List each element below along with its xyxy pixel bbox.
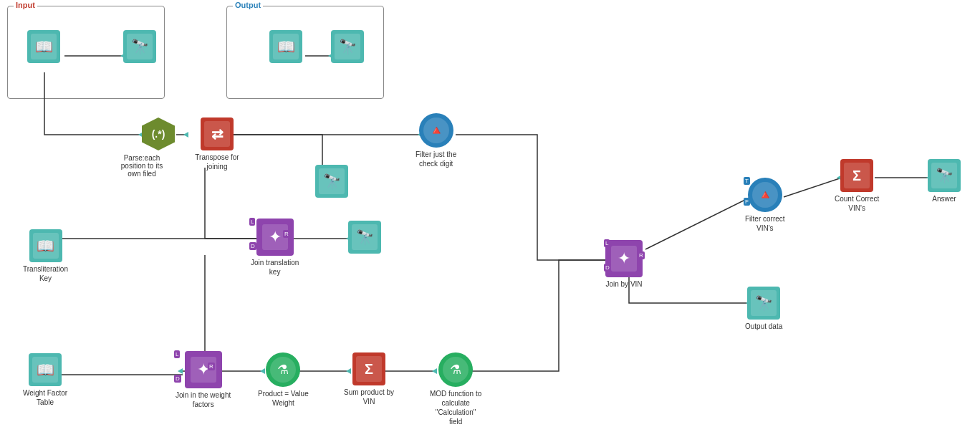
join1-icon: ✦ bbox=[269, 228, 282, 246]
output-data-label: Output data bbox=[745, 322, 782, 331]
transpose-icon: ⇄ bbox=[211, 125, 224, 143]
join1-r: R bbox=[283, 230, 290, 238]
sum2-icon: Σ bbox=[852, 168, 861, 184]
node-view5[interactable]: 🔭 Answer bbox=[928, 159, 961, 203]
answer-label: Answer bbox=[932, 194, 956, 203]
node-view2[interactable]: 🔭 bbox=[331, 30, 364, 63]
book2-icon: 📖 bbox=[277, 38, 295, 55]
parse-label: Parse:eachposition to itsown filed bbox=[106, 154, 178, 178]
join3-icon: ✦ bbox=[618, 249, 630, 268]
trans-key-label: TransliterationKey bbox=[23, 264, 68, 283]
weight-factor-label: Weight FactorTable bbox=[23, 388, 67, 407]
filter2-label: Filter correctVIN's bbox=[745, 214, 785, 233]
join2-r: R bbox=[208, 363, 215, 370]
sum1-label: Sum product byVIN bbox=[344, 388, 394, 406]
filter1-label: Filter just thecheck digit bbox=[415, 150, 456, 168]
join3-label: Join by VIN bbox=[605, 279, 642, 289]
view2-icon: 🔭 bbox=[339, 38, 357, 55]
sum2-label: Count CorrectVIN's bbox=[835, 194, 879, 213]
book3-icon: 📖 bbox=[37, 237, 54, 254]
join1-label: Join translationkey bbox=[251, 258, 299, 277]
view4-icon: 🔭 bbox=[356, 229, 374, 246]
view6-icon: 🔭 bbox=[755, 294, 773, 312]
node-hex1[interactable]: (.*) bbox=[142, 117, 175, 150]
tool1-icon: ⚗ bbox=[450, 362, 461, 378]
node-filter2[interactable]: 🔺 Filter correctVIN's bbox=[745, 178, 785, 233]
filter2-icon: 🔺 bbox=[757, 187, 773, 203]
output-group-label: Output bbox=[233, 1, 263, 9]
join2-d: D bbox=[174, 375, 181, 383]
formula1-label: Product = ValueWeight bbox=[258, 389, 309, 408]
node-parse1[interactable]: ⇄ Transpose for joining bbox=[185, 117, 249, 171]
book-icon: 📖 bbox=[35, 38, 53, 55]
node-tool1[interactable]: ⚗ MOD function tocalculate"Calculation"f… bbox=[430, 352, 481, 426]
node-view3[interactable]: 🔭 bbox=[315, 165, 348, 198]
node-book1[interactable]: 📖 bbox=[27, 30, 60, 63]
filter2-f: F bbox=[744, 198, 750, 206]
node-join3[interactable]: ✦ Join by VIN bbox=[605, 240, 643, 289]
node-view4[interactable]: 🔭 bbox=[348, 221, 381, 254]
join3-l: L bbox=[604, 239, 610, 247]
book4-icon: 📖 bbox=[37, 361, 54, 378]
node-sum1[interactable]: Σ Sum product byVIN bbox=[344, 352, 394, 406]
join1-l: L bbox=[249, 218, 255, 226]
regex-icon: (.*) bbox=[152, 128, 165, 140]
sum1-icon: Σ bbox=[365, 361, 373, 378]
node-join2[interactable]: ✦ Join in the weightfactors bbox=[176, 351, 231, 409]
join2-l: L bbox=[174, 350, 180, 358]
tool1-label: MOD function tocalculate"Calculation"fie… bbox=[430, 389, 481, 426]
node-formula1[interactable]: ⚗ Product = ValueWeight bbox=[258, 352, 309, 408]
formula1-icon: ⚗ bbox=[277, 362, 289, 378]
input-group-label: Input bbox=[14, 1, 37, 9]
join2-label: Join in the weightfactors bbox=[176, 390, 231, 409]
join1-d: D bbox=[249, 242, 256, 250]
view-icon: 🔭 bbox=[131, 38, 149, 55]
node-view6[interactable]: 🔭 Output data bbox=[745, 287, 782, 331]
svg-line-7 bbox=[784, 178, 842, 197]
node-join1[interactable]: ✦ Join translationkey bbox=[251, 219, 299, 277]
filter1-icon: 🔺 bbox=[428, 123, 444, 138]
workflow-canvas: Input Output bbox=[0, 0, 980, 427]
join3-r: R bbox=[638, 251, 645, 259]
filter2-t: T bbox=[744, 177, 750, 185]
view5-icon: 🔭 bbox=[936, 167, 953, 184]
node-book4[interactable]: 📖 Weight FactorTable bbox=[23, 353, 67, 407]
node-sum2[interactable]: Σ Count CorrectVIN's bbox=[835, 159, 879, 213]
node-book2[interactable]: 📖 bbox=[269, 30, 302, 63]
node-book3[interactable]: 📖 TransliterationKey bbox=[23, 229, 68, 283]
join3-d: D bbox=[604, 264, 611, 272]
view3-icon: 🔭 bbox=[323, 173, 341, 190]
node-view1[interactable]: 🔭 bbox=[123, 30, 156, 63]
transpose-label: Transpose for joining bbox=[185, 153, 249, 171]
node-filter1[interactable]: 🔺 Filter just thecheck digit bbox=[415, 113, 456, 168]
